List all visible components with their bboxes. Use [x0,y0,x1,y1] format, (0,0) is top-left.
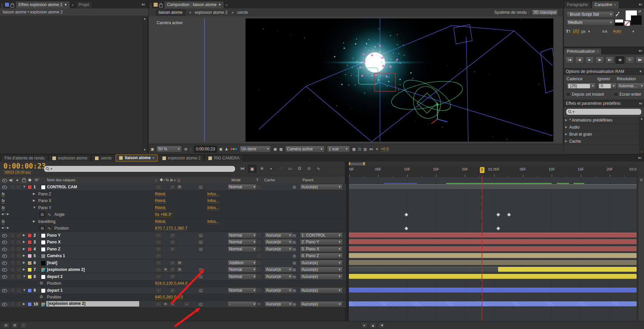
close-icon[interactable]: × [225,3,227,7]
quality-switch[interactable]: ∕ [169,233,176,238]
label-color-chip[interactable] [28,302,32,307]
blend-mode-dropdown[interactable]: Normal▼ [227,267,258,273]
preset-item[interactable]: ▶Audio [564,124,639,131]
close-icon[interactable]: × [71,3,73,7]
expand-arrow-icon[interactable]: ▶ [33,220,35,223]
property-name[interactable]: Position [47,281,61,286]
grid-guides-icon[interactable]: ▦ [352,147,356,151]
property-group-name[interactable]: travellimg [38,219,55,224]
layer-name[interactable]: Caméra 1 [47,253,65,258]
label-color-chip[interactable] [28,261,32,265]
pixel-aspect-icon[interactable]: ⊡ [358,147,361,151]
track-matte-dropdown[interactable]: Aucun(e▼ [264,246,293,252]
shy-layers-icon[interactable]: ※ [258,165,266,172]
current-time-indicator-marker[interactable] [480,167,485,173]
parent-dropdown[interactable]: Aucun(e)▼ [300,301,343,307]
layer-duration-bar[interactable] [349,274,637,279]
frame-switch[interactable]: ▫ [155,267,162,273]
layer-duration-bar[interactable] [349,184,637,189]
timeline-tab-rig-camera[interactable]: RIG CAMERA [205,155,243,161]
quality-switch[interactable]: ∕ [169,239,176,245]
keyframe-diamond-icon[interactable]: ◇ [4,226,6,229]
video-switch[interactable] [2,248,7,251]
stopwatch-icon[interactable]: ⊙ [40,281,43,285]
layer-row-5[interactable]: ▶5Caméra 1▫◎4. Pano Z▼ [0,252,644,260]
property-value[interactable]: 924.0,130.0,444.0 [155,281,187,286]
fx-badge[interactable]: fx [2,205,5,210]
expand-arrow-icon[interactable]: ▶ [23,268,25,271]
track-matte-dropdown[interactable]: Aucun(e▼ [264,239,293,245]
parent-pickwhip-icon[interactable]: ◎ [292,247,296,251]
expand-arrow-icon[interactable]: ▼ [33,206,36,209]
layer-row-2[interactable]: ▶2Pano Y▫∕◻Normal▼Aucun(e▼◎1. CONTROL▼ [0,232,644,239]
effects-switch[interactable]: fx [176,260,183,266]
play-button[interactable]: ▶ [585,56,594,64]
effects-scrollbar[interactable]: ▲ ▼ [142,17,147,152]
presets-scrollbar[interactable]: ▲ ▼ [639,117,644,154]
label-color-chip[interactable] [28,247,32,251]
kerning-dropdown-icon[interactable]: ▼ [632,30,635,33]
parent-pickwhip-icon[interactable]: ◎ [292,253,296,258]
guide-line[interactable] [204,18,205,142]
track-matte-dropdown[interactable]: Aucun(e▼ [264,267,293,273]
layer-duration-bar[interactable] [349,301,637,307]
draft-3d-icon[interactable]: ▣ [248,165,256,173]
preserve-transparency-switch[interactable] [256,239,262,245]
next-keyframe-icon[interactable]: ▶ [7,226,9,229]
lock-switch[interactable] [16,288,21,293]
expand-arrow-icon[interactable]: ▶ [23,261,25,264]
expand-triangle-icon[interactable]: ▶ [565,138,567,145]
no-color-swatch[interactable] [624,21,630,26]
channels-icon[interactable] [230,148,237,150]
parent-pickwhip-icon[interactable]: ◎ [292,233,296,238]
font-style-dropdown[interactable]: Medium▼ [567,19,614,26]
track-matte-dropdown[interactable]: Aucun(e▼ [264,301,293,307]
track-matte-dropdown[interactable]: Aucun(e▼ [264,232,293,238]
label-color-chip[interactable] [28,233,32,238]
preserve-transparency-switch[interactable] [256,246,262,252]
comp-marker-icon[interactable] [639,178,643,182]
preserve-transparency-switch[interactable] [256,253,262,258]
label-color-chip[interactable] [28,275,32,279]
scroll-up-icon[interactable]: ▲ [143,17,147,20]
resolution-dropdown[interactable]: Un demi▼ [239,146,271,152]
parent-pickwhip-icon[interactable]: ◎ [292,240,296,244]
views-dropdown[interactable]: 1 vue▼ [327,146,350,152]
parent-dropdown[interactable]: Aucun(e)▼ [300,274,343,280]
loop-button[interactable]: ↻ [626,56,634,64]
3d-layer-switch[interactable]: ◻ [197,184,204,190]
property-name[interactable]: Position [47,295,61,299]
keyframe-icon[interactable] [507,213,511,217]
property-info-link[interactable]: Infos... [207,198,219,203]
property-group-name[interactable]: Pano Y [38,205,51,210]
quality-switch[interactable]: ∕ [169,184,176,190]
property-value[interactable]: Réinit. [155,205,166,210]
layer-name[interactable]: [explosion atome 2] [47,267,85,272]
keyframe-icon[interactable] [496,226,500,231]
zoom-dropdown[interactable]: 50 %▼ [156,146,182,152]
mode-column-label[interactable]: Mode [231,178,241,182]
expand-arrow-icon[interactable]: ▶ [23,240,25,243]
audio-switch[interactable] [10,253,15,258]
blend-mode-dropdown[interactable]: Normal▼ [227,287,258,293]
layer-row-4[interactable]: ▶4Pano Z▫∕◻Normal▼Aucun(e▼◎3. Pano X▼ [0,246,644,253]
t-column-label[interactable]: T [256,178,259,182]
expand-arrow-icon[interactable]: ▼ [23,288,26,292]
audio-switch[interactable] [10,301,15,307]
auto-keyframe-icon[interactable]: ⊙ [305,165,313,172]
layer-row-8[interactable]: ▼8depart 2▫∕◻Normal▼Aucun(e▼◎Aucun(e)▼ [0,273,644,280]
timeline-right-scrollbar[interactable] [638,177,644,321]
audio-switch[interactable] [10,260,15,266]
zoom-out-mountain-icon[interactable]: ▲ [361,322,368,328]
presets-search-input[interactable]: ▾ [566,108,642,115]
property-row[interactable]: fx▶Pano ZRéinit.Infos...I [0,191,644,198]
parent-dropdown[interactable]: 2. Pano Y▼ [300,239,343,245]
property-value[interactable]: Réinit. [155,219,166,224]
property-value[interactable]: 640.0,360.0,0.0 [155,295,183,300]
video-switch[interactable] [2,254,7,258]
parent-pickwhip-icon[interactable]: ◎ [292,274,296,279]
scroll-down-icon[interactable]: ▼ [639,150,644,153]
property-row[interactable]: fx▶travellimgRéinit.Infos...I [0,218,644,225]
timeline-search-input[interactable]: ▾ [44,166,235,172]
property-value[interactable]: 0x +68.3° [155,212,172,217]
